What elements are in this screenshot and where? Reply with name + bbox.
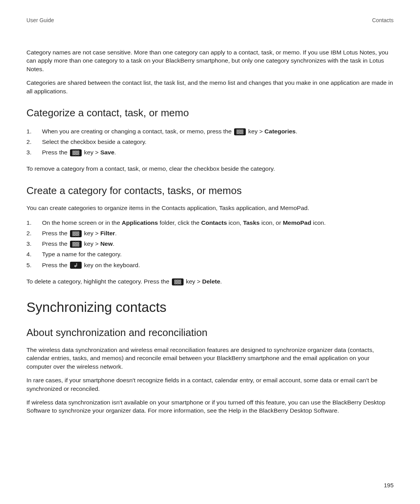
step-text: icon.	[311, 219, 326, 226]
blackberry-menu-key-icon	[70, 149, 82, 156]
paragraph: To remove a category from a contact, tas…	[26, 164, 394, 173]
blackberry-menu-key-icon	[234, 128, 246, 135]
list-item: Press the ↲ key on the keyboard.	[26, 260, 394, 270]
steps-categorize: When you are creating or changing a cont…	[26, 126, 394, 158]
header-left: User Guide	[26, 17, 54, 23]
step-text: Press the	[42, 240, 69, 247]
step-bold: MemoPad	[283, 219, 311, 226]
step-text: .	[115, 230, 117, 236]
blackberry-menu-key-icon	[70, 230, 82, 237]
list-item: Select the checkbox beside a category.	[26, 136, 394, 147]
step-text: folder, click the	[158, 219, 201, 226]
text: To delete a category, highlight the cate…	[26, 278, 171, 285]
page-number: 195	[384, 482, 394, 488]
step-bold: Filter	[100, 230, 115, 236]
page-header: User Guide Contacts	[26, 17, 394, 23]
list-item: On the home screen or in the Application…	[26, 217, 394, 228]
step-text: key >	[84, 230, 100, 236]
steps-create-category: On the home screen or in the Application…	[26, 217, 394, 270]
heading-categorize: Categorize a contact, task, or memo	[26, 107, 394, 119]
step-text: key >	[248, 128, 264, 135]
bold-text: Delete	[202, 278, 220, 285]
step-text: key on the keyboard.	[84, 262, 140, 268]
list-item: Press the key > New.	[26, 238, 394, 249]
step-bold: Tasks	[243, 219, 260, 226]
header-right: Contacts	[372, 17, 394, 23]
paragraph: If wireless data synchronization isn't a…	[26, 398, 394, 415]
paragraph: You can create categories to organize it…	[26, 204, 394, 212]
intro-paragraph-1: Category names are not case sensitive. M…	[26, 48, 394, 73]
blackberry-menu-key-icon	[172, 278, 184, 285]
step-text: Press the	[42, 149, 69, 156]
step-text: .	[296, 128, 297, 135]
step-text: icon, or	[260, 219, 283, 226]
step-bold: Save	[100, 149, 114, 156]
paragraph: The wireless data synchronization and wi…	[26, 346, 394, 371]
intro-paragraph-2: Categories are shared between the contac…	[26, 79, 394, 95]
heading-about-synchronization: About synchronization and reconciliation	[26, 327, 394, 339]
list-item: When you are creating or changing a cont…	[26, 126, 394, 136]
step-text: key >	[84, 240, 100, 247]
step-bold: New	[100, 240, 113, 247]
text: key >	[186, 278, 202, 285]
step-text: When you are creating or changing a cont…	[42, 128, 233, 135]
step-text: icon,	[227, 219, 243, 226]
heading-synchronizing-contacts: Synchronizing contacts	[26, 299, 394, 315]
step-text: .	[114, 149, 116, 156]
step-bold: Categories	[264, 128, 296, 135]
page: User Guide Contacts Category names are n…	[0, 0, 420, 504]
paragraph: In rare cases, if your smartphone doesn'…	[26, 376, 394, 393]
step-text: .	[113, 240, 114, 247]
step-text: Press the	[42, 230, 69, 236]
step-text: On the home screen or in the	[42, 219, 122, 226]
heading-create-category: Create a category for contacts, tasks, o…	[26, 185, 394, 197]
step-bold: Applications	[122, 219, 158, 226]
paragraph: To delete a category, highlight the cate…	[26, 277, 394, 285]
list-item: Press the key > Save.	[26, 147, 394, 158]
text: .	[220, 278, 222, 285]
blackberry-menu-key-icon	[70, 241, 82, 248]
list-item: Press the key > Filter.	[26, 228, 394, 238]
step-text: Press the	[42, 262, 69, 268]
enter-key-icon: ↲	[70, 262, 82, 269]
step-text: key >	[84, 149, 100, 156]
list-item: Type a name for the category.	[26, 249, 394, 259]
step-bold: Contacts	[201, 219, 227, 226]
